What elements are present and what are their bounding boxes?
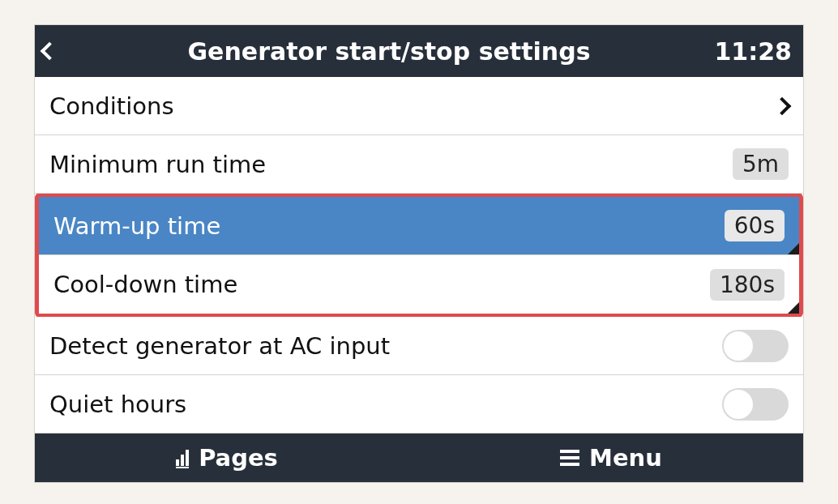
row-label: Warm-up time xyxy=(53,212,725,240)
row-warm-up-time[interactable]: Warm-up time 60s xyxy=(39,197,799,255)
value-chip[interactable]: 60s xyxy=(725,210,785,241)
row-label: Conditions xyxy=(49,92,776,120)
toggle-switch[interactable] xyxy=(722,388,789,421)
settings-panel: Generator start/stop settings 11:28 Cond… xyxy=(34,24,804,483)
spinner-indicator-icon xyxy=(788,302,799,314)
back-button[interactable] xyxy=(43,45,75,58)
toggle-switch[interactable] xyxy=(722,330,789,362)
page-title: Generator start/stop settings xyxy=(75,37,703,66)
toggle-knob xyxy=(724,390,753,419)
row-label: Quiet hours xyxy=(49,391,722,418)
row-label: Cool-down time xyxy=(53,271,710,298)
title-bar: Generator start/stop settings 11:28 xyxy=(35,25,803,77)
row-quiet-hours[interactable]: Quiet hours xyxy=(35,375,803,434)
value-chip[interactable]: 180s xyxy=(710,269,785,301)
menu-label: Menu xyxy=(589,444,662,472)
row-detect-generator[interactable]: Detect generator at AC input xyxy=(35,317,803,375)
pages-button[interactable]: Pages xyxy=(35,434,419,482)
row-minimum-run-time[interactable]: Minimum run time 5m xyxy=(35,135,803,194)
bars-icon xyxy=(176,450,189,466)
chevron-right-icon xyxy=(773,96,792,115)
highlighted-rows: Warm-up time 60s Cool-down time 180s xyxy=(35,193,803,318)
clock: 11:28 xyxy=(703,37,792,66)
row-conditions[interactable]: Conditions xyxy=(35,77,803,135)
menu-button[interactable]: Menu xyxy=(419,434,803,482)
footer-bar: Pages Menu xyxy=(35,434,803,482)
spinner-indicator-icon xyxy=(788,243,799,254)
chevron-left-icon xyxy=(41,42,59,61)
row-label: Detect generator at AC input xyxy=(49,332,722,360)
toggle-knob xyxy=(724,331,753,361)
value-chip[interactable]: 5m xyxy=(733,148,789,180)
pages-label: Pages xyxy=(199,444,278,472)
row-label: Minimum run time xyxy=(49,151,733,178)
row-cool-down-time[interactable]: Cool-down time 180s xyxy=(39,255,799,314)
menu-icon xyxy=(560,450,579,466)
